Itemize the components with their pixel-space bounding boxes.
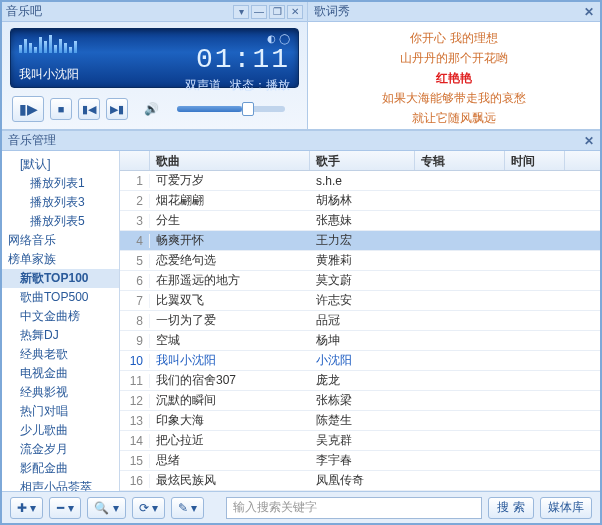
- col-artist[interactable]: 歌手: [310, 151, 415, 170]
- cell-song: 空城: [150, 332, 310, 349]
- manager-close-icon[interactable]: ✕: [584, 134, 594, 148]
- table-row[interactable]: 2烟花翩翩胡杨林: [120, 191, 600, 211]
- table-row[interactable]: 5恋爱绝句选黄雅莉: [120, 251, 600, 271]
- cell-index: 11: [120, 374, 150, 388]
- cell-song: 把心拉近: [150, 432, 310, 449]
- status-value: 播放: [266, 78, 290, 92]
- table-row[interactable]: 1可爱万岁s.h.e: [120, 171, 600, 191]
- cell-artist: 黄雅莉: [310, 252, 415, 269]
- table-row[interactable]: 10我叫小沈阳小沈阳: [120, 351, 600, 371]
- col-album[interactable]: 专辑: [415, 151, 505, 170]
- table-row[interactable]: 14把心拉近吴克群: [120, 431, 600, 451]
- search-input[interactable]: [226, 497, 482, 519]
- tree-item[interactable]: 热门对唱: [2, 402, 119, 421]
- play-pause-button[interactable]: ▮▶: [12, 96, 44, 122]
- tree-item[interactable]: 播放列表1: [2, 174, 119, 193]
- cell-artist: 莫文蔚: [310, 272, 415, 289]
- table-row[interactable]: 6在那遥远的地方莫文蔚: [120, 271, 600, 291]
- table-row[interactable]: 9空城杨坤: [120, 331, 600, 351]
- find-button[interactable]: 🔍 ▾: [87, 497, 125, 519]
- elapsed-time: 01:11: [185, 44, 290, 75]
- table-row[interactable]: 4畅爽开怀王力宏: [120, 231, 600, 251]
- table-row[interactable]: 7比翼双飞许志安: [120, 291, 600, 311]
- tree-item[interactable]: [默认]: [2, 155, 119, 174]
- volume-icon: 🔊: [144, 102, 159, 116]
- table-row[interactable]: 8一切为了爱品冠: [120, 311, 600, 331]
- close-button[interactable]: ✕: [287, 5, 303, 19]
- col-time[interactable]: 时间: [505, 151, 565, 170]
- tree-item[interactable]: 影配金曲: [2, 459, 119, 478]
- table-row[interactable]: 3分生张惠妹: [120, 211, 600, 231]
- cell-artist: 胡杨林: [310, 192, 415, 209]
- cell-index: 12: [120, 394, 150, 408]
- cell-song: 我叫小沈阳: [150, 352, 310, 369]
- table-row[interactable]: 12沉默的瞬间张栋梁: [120, 391, 600, 411]
- edit-button[interactable]: ✎ ▾: [171, 497, 204, 519]
- next-button[interactable]: ▶▮: [106, 98, 128, 120]
- volume-slider[interactable]: [177, 106, 285, 112]
- tree-item[interactable]: 热舞DJ: [2, 326, 119, 345]
- table-body[interactable]: 1可爱万岁s.h.e2烟花翩翩胡杨林3分生张惠妹4畅爽开怀王力宏5恋爱绝句选黄雅…: [120, 171, 600, 491]
- cell-index: 4: [120, 234, 150, 248]
- tree-item[interactable]: 新歌TOP100: [2, 269, 119, 288]
- dropdown-button[interactable]: ▾: [233, 5, 249, 19]
- cell-index: 16: [120, 474, 150, 488]
- cell-song: 一切为了爱: [150, 312, 310, 329]
- prev-button[interactable]: ▮◀: [78, 98, 100, 120]
- cell-artist: 许志安: [310, 292, 415, 309]
- cell-index: 5: [120, 254, 150, 268]
- tree-item[interactable]: 流金岁月: [2, 440, 119, 459]
- library-button[interactable]: 媒体库: [540, 497, 592, 519]
- tree-item[interactable]: 经典老歌: [2, 345, 119, 364]
- cell-song: 最炫民族风: [150, 472, 310, 489]
- cell-song: 印象大海: [150, 412, 310, 429]
- cell-song: 可爱万岁: [150, 172, 310, 189]
- tree-item[interactable]: 播放列表5: [2, 212, 119, 231]
- cell-index: 10: [120, 354, 150, 368]
- lyric-close-icon[interactable]: ✕: [584, 5, 594, 19]
- tree-item[interactable]: 榜单家族: [2, 250, 119, 269]
- table-row[interactable]: 16最炫民族风凤凰传奇: [120, 471, 600, 491]
- tree-item[interactable]: 播放列表3: [2, 193, 119, 212]
- lyric-title: 歌词秀: [314, 3, 350, 20]
- cell-artist: 张惠妹: [310, 212, 415, 229]
- cell-index: 15: [120, 454, 150, 468]
- lyric-line: 你开心 我的理想: [314, 28, 594, 48]
- table-row[interactable]: 11我们的宿舍307庞龙: [120, 371, 600, 391]
- cell-artist: 杨坤: [310, 332, 415, 349]
- tree-item[interactable]: 少儿歌曲: [2, 421, 119, 440]
- add-button[interactable]: ✚ ▾: [10, 497, 43, 519]
- tree-item[interactable]: 歌曲TOP500: [2, 288, 119, 307]
- cell-song: 分生: [150, 212, 310, 229]
- lyric-line: 如果大海能够带走我的哀愁: [314, 88, 594, 108]
- manager-title: 音乐管理: [8, 132, 56, 149]
- cell-artist: 李宇春: [310, 452, 415, 469]
- cell-artist: 张栋梁: [310, 392, 415, 409]
- tree-item[interactable]: 中文金曲榜: [2, 307, 119, 326]
- tree-item[interactable]: 相声小品荟萃: [2, 478, 119, 491]
- cell-index: 13: [120, 414, 150, 428]
- cell-song: 比翼双飞: [150, 292, 310, 309]
- cell-index: 6: [120, 274, 150, 288]
- tree-view[interactable]: [默认]播放列表1播放列表3播放列表5网络音乐榜单家族新歌TOP100歌曲TOP…: [2, 151, 120, 491]
- table-row[interactable]: 13印象大海陈楚生: [120, 411, 600, 431]
- cell-song: 在那遥远的地方: [150, 272, 310, 289]
- cell-artist: 品冠: [310, 312, 415, 329]
- lyric-line: 就让它随风飘远: [314, 108, 594, 128]
- search-button[interactable]: 搜 索: [488, 497, 534, 519]
- remove-button[interactable]: ━ ▾: [49, 497, 81, 519]
- playmode-button[interactable]: ⟳ ▾: [132, 497, 165, 519]
- cell-index: 1: [120, 174, 150, 188]
- minimize-button[interactable]: —: [251, 5, 267, 19]
- tree-item[interactable]: 网络音乐: [2, 231, 119, 250]
- lyric-line: 制作：彩花仙子 414工作室: [314, 128, 594, 129]
- stop-button[interactable]: ■: [50, 98, 72, 120]
- col-song[interactable]: 歌曲: [150, 151, 310, 170]
- cell-song: 烟花翩翩: [150, 192, 310, 209]
- cell-song: 思绪: [150, 452, 310, 469]
- tree-item[interactable]: 电视金曲: [2, 364, 119, 383]
- table-row[interactable]: 15思绪李宇春: [120, 451, 600, 471]
- restore-button[interactable]: ❐: [269, 5, 285, 19]
- cell-artist: 庞龙: [310, 372, 415, 389]
- tree-item[interactable]: 经典影视: [2, 383, 119, 402]
